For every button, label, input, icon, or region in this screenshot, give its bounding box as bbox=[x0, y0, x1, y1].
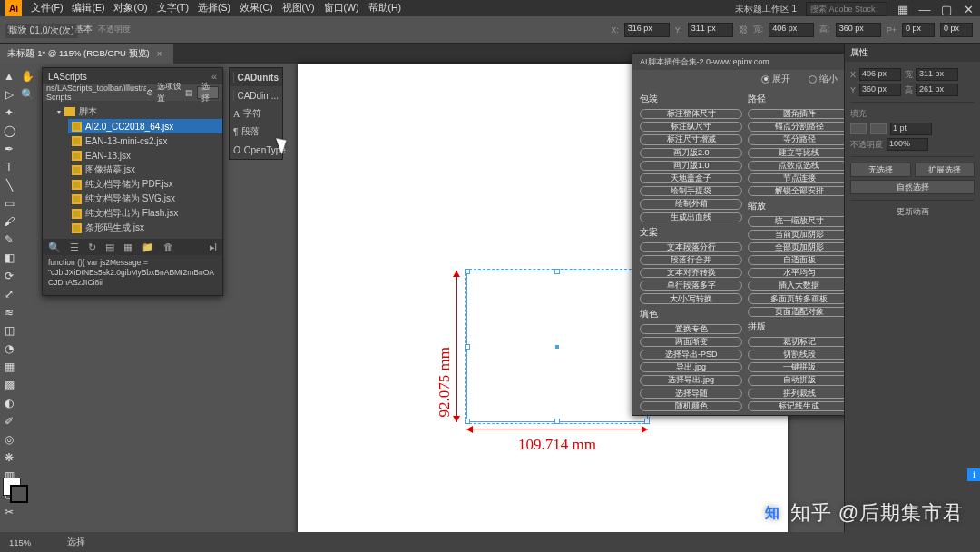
plugin-button[interactable]: 绘制手提袋 bbox=[640, 186, 742, 196]
plugin-button[interactable]: 文本段落分行 bbox=[640, 242, 742, 252]
prop-stroke-w[interactable]: 1 pt bbox=[890, 123, 932, 135]
plugin-button[interactable]: 大/小写转换 bbox=[640, 293, 742, 303]
link-xy-icon[interactable]: ⛓ bbox=[739, 20, 748, 40]
cb-y[interactable]: 311 px bbox=[688, 23, 733, 37]
plugin-button[interactable]: 全部页加阴影 bbox=[748, 242, 850, 252]
perspective-tool[interactable]: ▦ bbox=[1, 359, 17, 375]
prop-x[interactable]: 406 px bbox=[859, 68, 901, 81]
magic-wand-tool[interactable]: ✦ bbox=[1, 104, 17, 121]
zoom-tool[interactable]: 🔍 bbox=[19, 86, 35, 103]
prop-opacity[interactable]: 100% bbox=[887, 138, 928, 151]
plugin-button[interactable]: 标注整体尺寸 bbox=[640, 109, 742, 119]
tab-close-icon[interactable]: × bbox=[157, 49, 162, 59]
free-transform-tool[interactable]: ◫ bbox=[1, 322, 17, 339]
plugin-button[interactable]: 一键拼版 bbox=[748, 362, 850, 372]
plugin-button[interactable]: 标注尺寸增减 bbox=[640, 134, 742, 144]
rotate-tool[interactable]: ⟳ bbox=[1, 268, 17, 284]
plugin-button[interactable]: 画刀版2.0 bbox=[640, 148, 742, 158]
plugin-button[interactable]: 随机颜色 bbox=[640, 401, 742, 411]
window-restore[interactable]: ▢ bbox=[940, 3, 953, 15]
prop-w[interactable]: 360 px bbox=[859, 84, 901, 96]
menu-file[interactable]: 文件(F) bbox=[31, 2, 63, 15]
cadunits-tab[interactable]: CADunits bbox=[230, 68, 282, 86]
plugin-button[interactable]: 解锁全部安排 bbox=[748, 186, 850, 196]
plugin-button[interactable]: 标记线生成 bbox=[748, 401, 850, 411]
selected-rect[interactable] bbox=[466, 271, 648, 422]
plugin-button[interactable]: 单行段落多字 bbox=[640, 281, 742, 291]
menu-edit[interactable]: 编辑(E) bbox=[72, 2, 104, 15]
info-badge[interactable]: ℹ bbox=[967, 468, 980, 481]
mesh-tool[interactable]: ▩ bbox=[1, 377, 17, 393]
plugin-button[interactable]: 选择导出.jpg bbox=[640, 375, 742, 385]
menu-object[interactable]: 对象(O) bbox=[113, 2, 147, 15]
search-icon[interactable]: 🔍 bbox=[48, 242, 61, 253]
cb-rx[interactable]: 0 px bbox=[902, 23, 935, 37]
plugin-button[interactable]: 圆角插件 bbox=[748, 109, 850, 119]
cb-ry[interactable]: 0 px bbox=[940, 23, 973, 37]
rectangle-tool[interactable]: ▭ bbox=[1, 195, 17, 212]
prop-fill-swatch[interactable] bbox=[850, 123, 867, 134]
menu-help[interactable]: 帮助(H) bbox=[368, 2, 402, 15]
type-tool[interactable]: T bbox=[1, 159, 17, 175]
plugin-button[interactable]: 自适面板 bbox=[748, 255, 850, 265]
stroke-color[interactable] bbox=[10, 485, 28, 503]
plugin-button[interactable]: 选择导出-PSD bbox=[640, 350, 742, 360]
menu-type[interactable]: 文字(T) bbox=[157, 2, 189, 15]
plugin-button[interactable]: 选择导随 bbox=[640, 389, 742, 399]
document-tab[interactable]: 未标题-1* @ 115% (RGB/GPU 预览) × bbox=[0, 44, 173, 64]
script-item[interactable]: 纯文档导储为 PDF.jsx bbox=[68, 177, 222, 192]
quick-btn-2[interactable]: 扩展选择 bbox=[915, 163, 975, 177]
settings-label[interactable]: 选项设置 bbox=[157, 81, 181, 104]
plugin-button[interactable]: 导出.jpg bbox=[640, 362, 742, 372]
quick-btn-1[interactable]: 无选择 bbox=[850, 163, 911, 177]
blend-tool[interactable]: ◎ bbox=[1, 431, 17, 448]
gradient-tool[interactable]: ◐ bbox=[1, 395, 17, 411]
paragraph-row[interactable]: ¶段落 bbox=[230, 123, 282, 141]
cb-w[interactable]: 406 px bbox=[769, 23, 814, 37]
plugin-button[interactable]: 天地盖盒子 bbox=[640, 173, 742, 183]
script-item[interactable]: 纯文档导出为 Flash.jsx bbox=[68, 206, 222, 221]
learn-link[interactable]: 更新动画 bbox=[897, 206, 929, 218]
zoom-level[interactable]: 115% bbox=[9, 537, 31, 547]
direct-select-tool[interactable]: ▷ bbox=[1, 86, 17, 103]
gear-icon[interactable]: ⚙ bbox=[146, 88, 153, 97]
script-item[interactable]: EAN-13.jsx bbox=[68, 148, 222, 163]
slice-tool[interactable]: ✂ bbox=[1, 504, 17, 520]
status-select[interactable]: 选择 bbox=[67, 537, 85, 548]
plugin-button[interactable]: 锚点分割路径 bbox=[748, 122, 850, 132]
selection-tool[interactable]: ▲ bbox=[1, 68, 17, 84]
menu-effect[interactable]: 效果(C) bbox=[240, 2, 273, 15]
line-tool[interactable]: ╲ bbox=[1, 177, 17, 193]
properties-tab[interactable]: 属性 bbox=[850, 46, 868, 59]
script-item[interactable]: 条形码生成.jsx bbox=[68, 221, 222, 235]
plugin-button[interactable]: 画刀版1.0 bbox=[640, 161, 742, 171]
menu-view[interactable]: 视图(V) bbox=[282, 2, 315, 15]
opentype-row[interactable]: OOpenType bbox=[230, 141, 282, 159]
shape-builder-tool[interactable]: ◔ bbox=[1, 340, 17, 357]
plugin-button[interactable]: 切割线段 bbox=[748, 350, 850, 360]
reload-icon[interactable]: ↻ bbox=[88, 242, 96, 253]
collapse-icon[interactable]: ▸l bbox=[210, 242, 217, 253]
grid-icon[interactable]: ▦ bbox=[123, 242, 132, 253]
plugin-button[interactable]: 置换专色 bbox=[640, 324, 742, 334]
plugin-button[interactable]: 页面适配对象 bbox=[748, 307, 850, 317]
tree-root[interactable]: 脚本 bbox=[54, 104, 222, 119]
plugin-button[interactable]: 等分路径 bbox=[748, 134, 850, 144]
cb-h[interactable]: 360 px bbox=[836, 23, 881, 37]
plugin-button[interactable]: 标注纵尺寸 bbox=[640, 122, 742, 132]
window-close[interactable]: ✕ bbox=[962, 3, 975, 15]
plugin-button[interactable]: 插入大数据 bbox=[748, 281, 850, 291]
folder-icon[interactable]: 📁 bbox=[142, 242, 154, 253]
script-item[interactable]: AI2.0_CC2018_64.jsx bbox=[68, 119, 222, 133]
workspace-label[interactable]: 未标题工作区 1 bbox=[735, 3, 797, 15]
caddim-row[interactable]: CADdim... bbox=[230, 86, 282, 104]
list-icon[interactable]: ☰ bbox=[70, 242, 79, 253]
plugin-button[interactable]: 统一缩放尺寸 bbox=[748, 216, 850, 226]
arrange-icon[interactable]: ▦ bbox=[897, 3, 909, 15]
plugin-button[interactable]: 裁切标记 bbox=[748, 337, 850, 347]
card-icon[interactable]: ▤ bbox=[105, 242, 114, 253]
prop-y[interactable]: 311 px bbox=[916, 68, 958, 81]
scale-tool[interactable]: ⤢ bbox=[1, 286, 17, 302]
prop-stroke-swatch[interactable] bbox=[870, 123, 887, 134]
plugin-button[interactable]: 当前页加阴影 bbox=[748, 230, 850, 240]
